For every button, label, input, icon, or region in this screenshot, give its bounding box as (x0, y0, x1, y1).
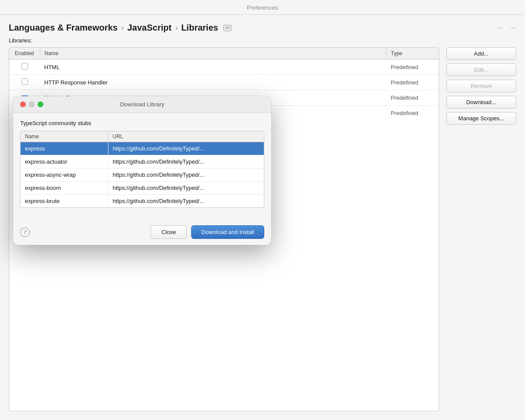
col-header-type: Type (386, 48, 439, 60)
row-type-cell: Predefined (386, 75, 439, 90)
dl-row-name: express-brute (21, 195, 108, 208)
checkbox-empty[interactable] (21, 78, 28, 85)
dl-table-row[interactable]: express-actuator https://github.com/Defi… (21, 155, 264, 168)
modal-title: Download Library (120, 101, 164, 108)
minimize-traffic-light[interactable] (29, 102, 35, 107)
dl-table-row[interactable]: express-brute https://github.com/Definit… (21, 195, 264, 208)
download-table-wrapper: Name URL express https://github.com/Defi… (20, 131, 264, 208)
dl-col-header-name: Name (21, 131, 108, 142)
download-install-button[interactable]: Download and Install (191, 225, 264, 239)
edit-button[interactable]: Edit... (446, 63, 516, 76)
dl-row-url: https://github.com/DefinitelyTyped/... (108, 155, 264, 168)
modal-body: TypeScript community stubs Name URL expr… (13, 113, 271, 221)
row-enabled-cell[interactable] (9, 75, 40, 90)
breadcrumb-part2[interactable]: JavaScript (127, 23, 172, 33)
breadcrumb-nav: ← → (496, 23, 516, 32)
close-traffic-light[interactable] (20, 102, 26, 107)
nav-forward-arrow[interactable]: → (508, 23, 516, 32)
row-type-cell: Predefined (386, 105, 439, 121)
checkbox-empty[interactable] (21, 63, 28, 70)
dl-row-name: express-actuator (21, 155, 108, 168)
title-bar: Preferences (0, 0, 525, 15)
dl-table-row[interactable]: express-async-wrap https://github.com/De… (21, 168, 264, 182)
dl-table-row[interactable]: express-boom https://github.com/Definite… (21, 182, 264, 195)
table-row[interactable]: HTML Predefined (9, 60, 439, 75)
row-enabled-cell[interactable] (9, 60, 40, 75)
breadcrumb-row: Languages & Frameworks › JavaScript › Li… (9, 15, 516, 37)
svg-rect-1 (225, 28, 230, 29)
table-header-row: Enabled Name Type (9, 48, 439, 60)
row-name-cell: HTTP Response Handler (40, 75, 386, 90)
table-row[interactable]: HTTP Response Handler Predefined (9, 75, 439, 90)
close-button[interactable]: Close (150, 225, 187, 239)
maximize-traffic-light[interactable] (38, 102, 43, 107)
breadcrumb-settings-icon[interactable] (224, 25, 231, 31)
svg-rect-0 (225, 27, 230, 28)
libraries-label: Libraries: (9, 37, 516, 44)
row-type-cell: Predefined (386, 90, 439, 106)
download-library-modal: Download Library TypeScript community st… (13, 96, 271, 245)
download-table: Name URL express https://github.com/Defi… (21, 131, 264, 207)
dl-row-name: express-boom (21, 182, 108, 195)
dl-row-url: https://github.com/DefinitelyTyped/... (108, 182, 264, 195)
dl-row-name: express (21, 142, 108, 155)
nav-back-arrow[interactable]: ← (496, 23, 504, 32)
dl-table-row[interactable]: express https://github.com/DefinitelyTyp… (21, 142, 264, 155)
modal-section-title: TypeScript community stubs (20, 120, 264, 126)
breadcrumb-sep1: › (121, 23, 124, 32)
row-type-cell: Predefined (386, 60, 439, 75)
download-button[interactable]: Download... (446, 96, 516, 108)
dl-table-header-row: Name URL (21, 131, 264, 142)
remove-button[interactable]: Remove (446, 80, 516, 92)
breadcrumb-part1[interactable]: Languages & Frameworks (9, 23, 118, 33)
manage-scopes-button[interactable]: Manage Scopes... (446, 112, 516, 125)
dl-col-header-url: URL (108, 131, 264, 142)
sidebar-buttons: Add... Edit... Remove Download... Manage… (446, 47, 516, 411)
modal-footer: ? Close Download and Install (13, 221, 271, 245)
breadcrumb-part3[interactable]: Libraries (181, 23, 218, 33)
col-header-name: Name (40, 48, 386, 60)
dl-row-name: express-async-wrap (21, 168, 108, 182)
breadcrumb: Languages & Frameworks › JavaScript › Li… (9, 23, 231, 33)
dl-row-url: https://github.com/DefinitelyTyped/... (108, 195, 264, 208)
help-button[interactable]: ? (20, 228, 30, 237)
modal-actions: Close Download and Install (150, 225, 264, 239)
breadcrumb-sep2: › (175, 23, 178, 32)
dl-row-url: https://github.com/DefinitelyTyped/... (108, 168, 264, 182)
modal-titlebar: Download Library (13, 96, 271, 113)
traffic-lights (20, 102, 43, 107)
window-title: Preferences (247, 4, 278, 11)
add-button[interactable]: Add... (446, 47, 516, 60)
dl-row-url: https://github.com/DefinitelyTyped/... (108, 142, 264, 155)
row-name-cell: HTML (40, 60, 386, 75)
col-header-enabled: Enabled (9, 48, 40, 60)
